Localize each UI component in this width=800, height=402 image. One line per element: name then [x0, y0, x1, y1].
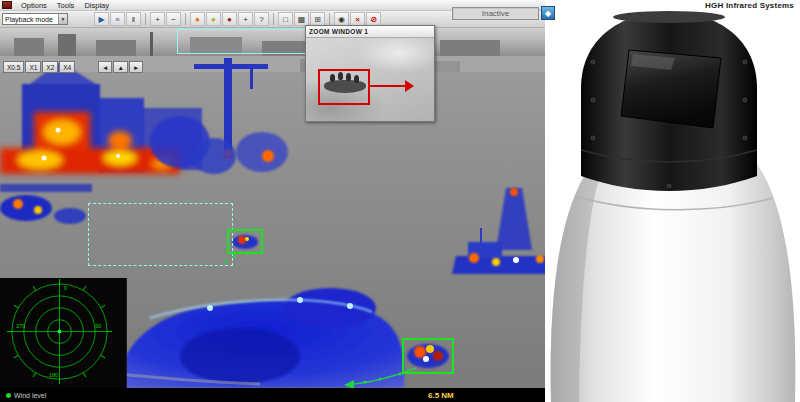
zoom-window-title: ZOOM WINDOW 1	[306, 26, 434, 38]
thermal-blob	[192, 138, 236, 174]
zoom-x4-button[interactable]: X4	[59, 61, 75, 73]
track-box-2[interactable]	[402, 338, 454, 374]
building-silhouette	[14, 38, 44, 56]
toolbar-separator	[273, 13, 274, 25]
track-box-1[interactable]	[227, 229, 263, 254]
brand-text: HGH Infrared Systems	[705, 1, 794, 10]
toolbar-separator	[185, 13, 186, 25]
zoom-target-line	[370, 85, 405, 87]
hot-spot	[42, 156, 47, 161]
status-marker-label: Wind level	[14, 392, 46, 399]
help-button[interactable]: ?	[254, 12, 269, 26]
building-silhouette	[440, 40, 500, 56]
thermal-blob	[236, 132, 288, 172]
hot-spot	[262, 150, 274, 162]
menu-options[interactable]: Options	[16, 1, 52, 10]
crane-silhouette	[150, 32, 153, 56]
menu-display[interactable]: Display	[79, 1, 114, 10]
radar-display[interactable]: 0 90 180 270	[0, 278, 127, 388]
status-marker-icon	[6, 393, 11, 398]
toolbar-separator	[329, 13, 330, 25]
play-all-button[interactable]: »	[110, 12, 125, 26]
camera-render	[545, 0, 800, 402]
zoom-out-button[interactable]: −	[166, 12, 181, 26]
moored-boat	[0, 195, 52, 221]
toolbar-separator	[145, 13, 146, 25]
zoom-target-marker-icon	[405, 80, 414, 92]
svg-text:0: 0	[64, 285, 67, 291]
svg-text:90: 90	[95, 323, 101, 329]
hot-spot	[13, 199, 23, 209]
zoom-window-panel[interactable]: ZOOM WINDOW 1	[305, 25, 435, 122]
select-region-button[interactable]: □	[278, 12, 293, 26]
delete-button[interactable]: ×	[350, 12, 365, 26]
camera-top-cap	[613, 11, 725, 23]
status-indicator-icon[interactable]: ◆	[541, 6, 555, 20]
status-bar: Wind level 6.5 NM	[0, 388, 548, 402]
hot-spot	[56, 128, 61, 133]
snapshot-button[interactable]: ◉	[334, 12, 349, 26]
palette-rust-button[interactable]: ●	[222, 12, 237, 26]
zoom-x05-button[interactable]: X0.5	[3, 61, 24, 73]
moored-boat	[54, 208, 86, 224]
playback-mode-value: Playback mode	[5, 16, 53, 23]
playback-mode-select[interactable]: Playback mode ▼	[2, 13, 68, 25]
range-readout: 6.5 NM	[428, 391, 454, 400]
status-box: Inactive	[452, 7, 539, 20]
panels-button[interactable]: ▦	[294, 12, 309, 26]
pan-right-button[interactable]: ►	[129, 61, 143, 73]
building-silhouette	[58, 34, 76, 56]
camera-product-image	[545, 0, 800, 402]
zoom-target-box	[318, 69, 370, 105]
palette-sepia-button[interactable]: ●	[206, 12, 221, 26]
hot-spot	[34, 206, 42, 214]
zoom-window-image	[306, 38, 434, 121]
status-text: Inactive	[482, 9, 510, 18]
hot-spot	[116, 154, 120, 158]
pan-up-button[interactable]: ▲	[113, 61, 127, 73]
zoom-x2-button[interactable]: X2	[42, 61, 58, 73]
pan-buttons: ◄ ▲ ►	[98, 61, 143, 73]
radar-scope: 0 90 180 270	[0, 278, 126, 387]
crosshair-button[interactable]: +	[238, 12, 253, 26]
panorama-selection[interactable]	[177, 29, 321, 54]
zoom-factor-buttons: X0.5 X1 X2 X4	[3, 61, 75, 73]
radar-center-dot	[58, 330, 62, 334]
dock-edge	[0, 184, 92, 192]
svg-text:270: 270	[16, 323, 25, 329]
svg-text:180: 180	[49, 372, 58, 378]
chevron-down-icon: ▼	[58, 14, 67, 24]
pause-button[interactable]: ‖	[126, 12, 141, 26]
zoom-in-button[interactable]: +	[150, 12, 165, 26]
building-silhouette	[96, 40, 136, 56]
abort-button[interactable]: ⊘	[366, 12, 381, 26]
app-icon	[2, 1, 12, 9]
play-button[interactable]: ▶	[94, 12, 109, 26]
grid-button[interactable]: ⊞	[310, 12, 325, 26]
palette-iron-button[interactable]: ●	[190, 12, 205, 26]
skyline-band	[0, 56, 548, 72]
menu-tools[interactable]: Tools	[52, 1, 80, 10]
selection-rectangle[interactable]	[88, 203, 233, 266]
zoom-x1-button[interactable]: X1	[25, 61, 41, 73]
pan-left-button[interactable]: ◄	[98, 61, 112, 73]
